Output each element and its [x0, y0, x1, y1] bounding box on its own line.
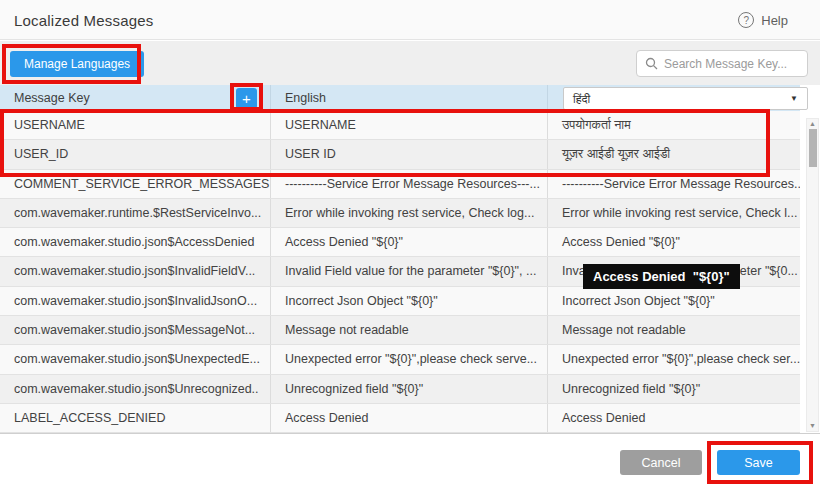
search-input[interactable] — [664, 57, 799, 71]
language-select-value: हिंदी — [573, 92, 590, 106]
cell-translation[interactable]: Unexpected error "${0}",please check ser… — [547, 345, 800, 373]
help-icon: ? — [738, 12, 754, 28]
table-row: USERNAME USERNAME उपयोगकर्ता नाम — [0, 111, 800, 140]
language-select[interactable]: हिंदी ▼ — [563, 87, 808, 110]
manage-languages-button[interactable]: Manage Languages — [10, 51, 144, 77]
save-button[interactable]: Save — [717, 450, 800, 475]
cell-message-key[interactable]: COMMENT_SERVICE_ERROR_MESSAGES — [0, 170, 270, 198]
cell-translation[interactable]: Unrecognized field "${0}" — [547, 375, 800, 403]
cancel-button[interactable]: Cancel — [620, 450, 702, 475]
page-title: Localized Messages — [14, 12, 154, 29]
table-bottom-divider — [0, 433, 820, 434]
table-row: com.wavemaker.studio.json$MessageNot... … — [0, 316, 800, 345]
tooltip: Access Denied "${0}" — [583, 264, 740, 289]
cell-translation[interactable]: Incorrect Json Object "${0}" — [547, 287, 800, 315]
cell-message-key[interactable]: com.wavemaker.studio.json$UnexpectedE... — [0, 345, 270, 373]
cell-translation[interactable]: Access Denied — [547, 404, 800, 432]
cell-translation[interactable]: Message not readable — [547, 316, 800, 344]
cell-english[interactable]: Unrecognized field "${0}" — [270, 375, 547, 403]
cell-message-key[interactable]: com.wavemaker.studio.json$AccessDenied — [0, 228, 270, 256]
scroll-down-icon[interactable]: ▼ — [807, 422, 818, 430]
cell-translation[interactable]: यूज़र आईडी यूज़र आईडी — [547, 140, 800, 168]
table-row: com.wavemaker.studio.json$InvalidJsonO..… — [0, 287, 800, 316]
cell-english[interactable]: Access Denied — [270, 404, 547, 432]
table-row: LABEL_ACCESS_DENIED Access Denied Access… — [0, 404, 800, 433]
cell-english[interactable]: Invalid Field value for the parameter "$… — [270, 257, 547, 285]
table-row: USER_ID USER ID यूज़र आईडी यूज़र आईडी — [0, 140, 800, 169]
column-header-english: English — [270, 85, 547, 111]
cell-translation[interactable]: Error while invoking rest service, Check… — [547, 199, 800, 227]
cell-english[interactable]: Access Denied "${0}" — [270, 228, 547, 256]
table-row: com.wavemaker.studio.json$UnexpectedE...… — [0, 345, 800, 374]
cell-message-key[interactable]: USERNAME — [0, 111, 270, 139]
cell-english[interactable]: Unexpected error "${0}",please check ser… — [270, 345, 547, 373]
table-row: com.wavemaker.studio.json$AccessDenied A… — [0, 228, 800, 257]
cell-english[interactable]: ----------Service Error Message Resource… — [270, 170, 547, 198]
scrollbar-thumb[interactable] — [809, 129, 817, 167]
title-bar: Localized Messages ? Help — [0, 0, 820, 40]
cell-english[interactable]: Error while invoking rest service, Check… — [270, 199, 547, 227]
cell-translation[interactable]: Access Denied "${0}" — [547, 228, 800, 256]
search-icon — [645, 57, 658, 70]
scroll-up-icon[interactable]: ▲ — [807, 120, 818, 128]
column-header-message-key: Message Key — [0, 85, 270, 111]
cell-translation[interactable]: उपयोगकर्ता नाम — [547, 111, 800, 139]
cell-message-key[interactable]: LABEL_ACCESS_DENIED — [0, 404, 270, 432]
search-box[interactable] — [636, 50, 808, 77]
table-row: COMMENT_SERVICE_ERROR_MESSAGES ---------… — [0, 170, 800, 199]
cell-translation[interactable]: ----------Service Error Message Resource… — [547, 170, 800, 198]
table-row: com.wavemaker.runtime.$RestServiceInvo..… — [0, 199, 800, 228]
cell-english[interactable]: Incorrect Json Object "${0}" — [270, 287, 547, 315]
cell-message-key[interactable]: com.wavemaker.studio.json$InvalidJsonO..… — [0, 287, 270, 315]
vertical-scrollbar[interactable]: ▲ ▼ — [806, 118, 819, 432]
plus-icon: + — [242, 90, 251, 107]
cell-message-key[interactable]: com.wavemaker.studio.json$MessageNot... — [0, 316, 270, 344]
cell-message-key[interactable]: com.wavemaker.runtime.$RestServiceInvo..… — [0, 199, 270, 227]
localized-messages-dialog: Localized Messages ? Help Manage Languag… — [0, 0, 820, 489]
cell-message-key[interactable]: USER_ID — [0, 140, 270, 168]
cell-english[interactable]: USER ID — [270, 140, 547, 168]
table-row: com.wavemaker.studio.json$Unrecognized..… — [0, 375, 800, 404]
chevron-down-icon: ▼ — [790, 94, 798, 103]
cell-message-key[interactable]: com.wavemaker.studio.json$Unrecognized.. — [0, 375, 270, 403]
add-language-button[interactable]: + — [236, 88, 257, 109]
cell-english[interactable]: USERNAME — [270, 111, 547, 139]
help-label: Help — [761, 13, 788, 28]
cell-english[interactable]: Message not readable — [270, 316, 547, 344]
help-button[interactable]: ? Help — [738, 12, 788, 28]
cell-message-key[interactable]: com.wavemaker.studio.json$InvalidFieldV.… — [0, 257, 270, 285]
toolbar: Manage Languages — [0, 41, 820, 85]
